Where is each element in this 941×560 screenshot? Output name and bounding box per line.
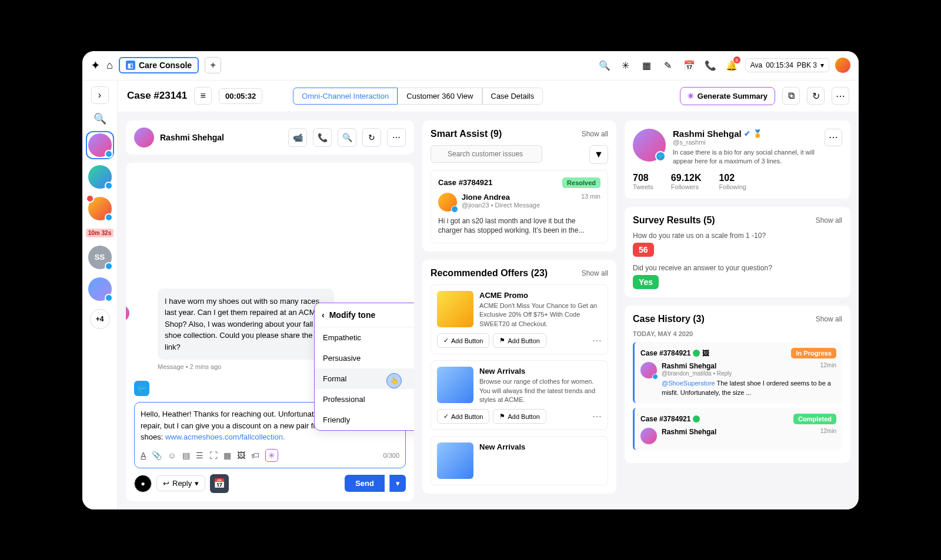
offer-more-icon[interactable]: ⋯ xyxy=(592,411,602,422)
offer-title: New Arrivals xyxy=(479,442,602,451)
grid-icon[interactable]: ▦ xyxy=(639,58,655,73)
channel-selector[interactable]: ● xyxy=(134,475,152,492)
sidebar-contact-4[interactable]: SS xyxy=(88,246,112,269)
add-flag-button[interactable]: ⚑ Add Button xyxy=(493,409,546,424)
call-button[interactable]: 📞 xyxy=(313,128,332,147)
cursor-indicator: 👆 xyxy=(386,373,402,388)
bell-icon[interactable]: 🔔8 xyxy=(724,58,739,73)
refresh-button[interactable]: ↻ xyxy=(807,87,825,105)
case-menu-button[interactable]: ≡ xyxy=(194,87,212,105)
offer-title: ACME Promo xyxy=(479,291,602,300)
ai-spark-button[interactable]: ✳ xyxy=(265,449,278,462)
filter-button[interactable]: ▼ xyxy=(589,145,608,164)
history-case-title: Case #3784921 🖼 xyxy=(640,349,709,357)
topbar: ✦ ⌂ ◧ Care Console + 🔍 ✳ ▦ ✎ 📅 📞 🔔8 Ava … xyxy=(82,51,859,81)
grid-icon[interactable]: ▦ xyxy=(223,451,231,460)
tab-case-details[interactable]: Case Details xyxy=(482,88,543,105)
assist-text: Hi i got an s20 last month and love it b… xyxy=(438,216,600,236)
sidebar-contact-3[interactable] xyxy=(88,197,112,220)
history-time: 12min xyxy=(820,362,836,370)
schedule-button[interactable]: 📅 xyxy=(210,474,229,493)
conv-more-button[interactable]: ⋯ xyxy=(387,128,406,147)
tone-header[interactable]: ‹Modify tone xyxy=(315,303,414,327)
collapse-button[interactable]: › xyxy=(91,86,109,104)
profile-more-button[interactable]: ⋯ xyxy=(825,129,842,146)
send-button[interactable]: Send xyxy=(345,475,385,492)
search-icon[interactable]: 🔍 xyxy=(597,58,612,73)
social-badge-icon xyxy=(105,182,113,190)
focus-icon[interactable]: ⛶ xyxy=(209,451,218,460)
logo-icon: ✦ xyxy=(91,58,101,72)
offers-showall[interactable]: Show all xyxy=(582,269,608,277)
sidebar-contact-5[interactable] xyxy=(88,277,112,301)
offer-image xyxy=(437,291,473,327)
twitter-badge-icon xyxy=(451,206,458,213)
attach-icon[interactable]: 📎 xyxy=(152,451,162,460)
offer-desc: ACME Don't Miss Your Chance to Get an Ex… xyxy=(479,301,602,328)
image-icon[interactable]: 🖼 xyxy=(237,451,245,460)
offer-more-icon[interactable]: ⋯ xyxy=(592,335,602,346)
list-icon[interactable]: ☰ xyxy=(196,451,203,460)
status-dot-icon xyxy=(693,415,700,422)
history-item[interactable]: Case #3784921 🖼 In Progress Rashmi Shehg… xyxy=(633,342,842,403)
user-avatar[interactable] xyxy=(835,58,850,73)
compose-link[interactable]: www.acmeshoes.com/fallcollection. xyxy=(165,432,285,441)
tone-professional[interactable]: Professional xyxy=(315,389,414,410)
status-badge: Completed xyxy=(793,414,836,424)
conversation-header: Rashmi Shehgal 📹 📞 🔍 ↻ ⋯ xyxy=(126,120,414,155)
edit-icon[interactable]: ✎ xyxy=(660,58,676,73)
home-icon[interactable]: ⌂ xyxy=(106,59,113,72)
tone-persuasive[interactable]: Persuasive xyxy=(315,348,414,368)
sidebar-more-button[interactable]: +4 xyxy=(90,309,110,329)
chevron-down-icon: ▾ xyxy=(820,61,824,69)
history-showall[interactable]: Show all xyxy=(816,315,842,323)
search-button[interactable]: 🔍 xyxy=(338,128,356,147)
user-name: Ava xyxy=(750,61,762,69)
survey-question-2: Did you receive an answer to your questi… xyxy=(633,264,842,272)
video-button[interactable]: 📹 xyxy=(288,128,307,147)
history-avatar xyxy=(640,428,657,444)
new-tab-button[interactable]: + xyxy=(205,57,221,73)
offer-card: ACME Promo ACME Don't Miss Your Chance t… xyxy=(431,284,608,354)
refresh-button[interactable]: ↻ xyxy=(362,128,381,147)
generate-summary-button[interactable]: ✳Generate Summary xyxy=(680,87,775,105)
back-icon[interactable]: ‹ xyxy=(322,310,325,320)
contact-avatar xyxy=(134,128,154,147)
more-button[interactable]: ⋯ xyxy=(832,87,849,105)
template-icon[interactable]: ▤ xyxy=(182,451,190,460)
tab-omni-channel[interactable]: Omni-Channel Interaction xyxy=(293,88,398,105)
calendar-icon[interactable]: 📅 xyxy=(682,58,697,73)
tab-care-console[interactable]: ◧ Care Console xyxy=(119,57,199,73)
stat-followers: 69.12KFollowers xyxy=(671,173,702,190)
tab-customer-360[interactable]: Customer 360 View xyxy=(398,88,482,105)
add-button[interactable]: ✓ Add Button xyxy=(437,333,489,348)
history-item[interactable]: Case #3784921 Completed Rashmi Shehgal12… xyxy=(633,408,842,450)
reply-button[interactable]: ↩ Reply ▾ xyxy=(156,475,205,491)
social-badge-icon xyxy=(105,262,113,270)
send-dropdown[interactable]: ▾ xyxy=(389,475,406,492)
tag-icon[interactable]: 🏷 xyxy=(251,451,259,460)
emoji-icon[interactable]: ☺ xyxy=(168,451,176,460)
status-dot-icon xyxy=(693,350,700,357)
survey-showall[interactable]: Show all xyxy=(816,216,842,224)
assist-avatar xyxy=(438,193,457,212)
tab-icon: ◧ xyxy=(126,61,135,70)
assist-search-input[interactable] xyxy=(431,145,542,163)
smart-assist-showall[interactable]: Show all xyxy=(582,130,608,138)
tone-empathetic[interactable]: Empathetic xyxy=(315,327,414,348)
survey-question-1: How do you rate us on a scale from 1 -10… xyxy=(633,232,842,240)
add-flag-button[interactable]: ⚑ Add Button xyxy=(493,333,546,348)
spark-icon[interactable]: ✳ xyxy=(618,58,633,73)
profile-avatar: 🐦 xyxy=(633,129,666,162)
assist-case-card[interactable]: Case #3784921 Resolved Jione Andrea13 mi… xyxy=(431,170,608,244)
phone-icon[interactable]: 📞 xyxy=(703,58,718,73)
sidebar-contact-2[interactable] xyxy=(88,165,112,189)
sidebar-contact-1[interactable]: 🐦 xyxy=(88,133,112,157)
tone-formal[interactable]: Formal👆 xyxy=(315,368,414,389)
tone-friendly[interactable]: Friendly xyxy=(315,410,414,430)
sidebar-search-icon[interactable]: 🔍 xyxy=(94,112,106,125)
user-status-chip[interactable]: Ava 00:15:34 PBK 3 ▾ xyxy=(745,58,829,72)
add-button[interactable]: ✓ Add Button xyxy=(437,409,489,424)
layout-button[interactable]: ⧉ xyxy=(782,87,800,105)
font-icon[interactable]: A xyxy=(141,451,146,460)
